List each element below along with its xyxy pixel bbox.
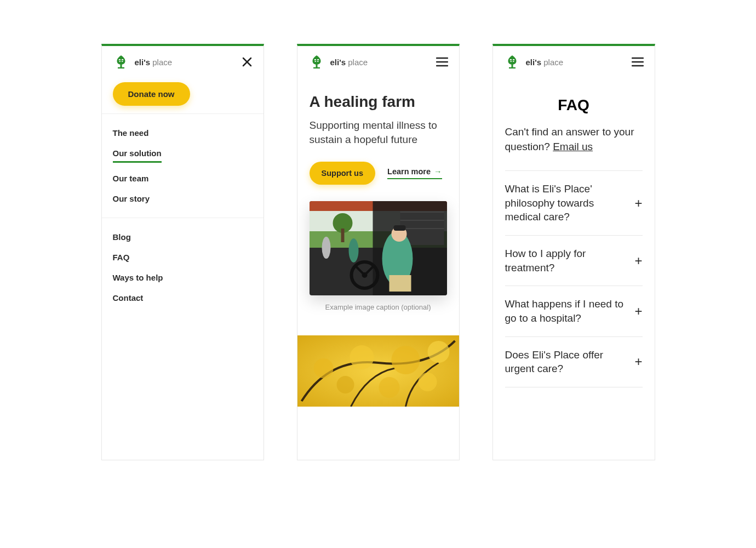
faq-item[interactable]: How to I apply for treatment? + <box>505 236 643 286</box>
nav-item-our-solution[interactable]: Our solution <box>102 143 264 168</box>
donate-wrap: Donate now <box>102 78 264 113</box>
plus-icon: + <box>634 354 642 369</box>
tree-logo-icon <box>504 54 520 70</box>
hamburger-icon[interactable] <box>436 57 448 67</box>
faq-question: What happens if I need to go to a hospit… <box>505 297 626 325</box>
page-subtitle: Supporting mental illness to sustain a h… <box>310 118 447 146</box>
learn-more-link[interactable]: Learn more→ <box>387 167 442 179</box>
header: eli's place <box>297 46 459 78</box>
svg-rect-25 <box>341 229 344 242</box>
faq-item[interactable]: What is Eli's Place' philosophy towards … <box>505 171 643 236</box>
tree-logo-icon <box>113 54 129 70</box>
support-button[interactable]: Support us <box>310 162 376 185</box>
nav-item-ways-to-help[interactable]: Ways to help <box>102 267 264 288</box>
svg-rect-19 <box>389 275 411 292</box>
plus-icon: + <box>634 253 642 269</box>
arrow-right-icon: → <box>434 167 442 176</box>
faq-item[interactable]: What happens if I need to go to a hospit… <box>505 286 643 336</box>
faq-content: FAQ Can't find an answer to your questio… <box>493 78 655 387</box>
nav-group-2: Blog FAQ Ways to help Contact <box>102 218 264 317</box>
footer-image <box>297 335 459 407</box>
svg-point-27 <box>313 358 333 378</box>
nav-item-our-team[interactable]: Our team <box>102 168 264 189</box>
page-title: FAQ <box>505 96 643 114</box>
logo[interactable]: eli's place <box>308 54 368 70</box>
nav-item-the-need[interactable]: The need <box>102 123 264 143</box>
faq-question: How to I apply for treatment? <box>505 247 626 275</box>
svg-point-30 <box>427 341 449 363</box>
hamburger-icon[interactable] <box>632 57 644 67</box>
faq-item[interactable]: Does Eli's Place offer urgent care? + <box>505 337 643 387</box>
svg-point-31 <box>336 376 354 393</box>
nav-group-1: The need Our solution Our team Our story <box>102 113 264 218</box>
cta-row: Support us Learn more→ <box>310 162 447 185</box>
nav-item-blog[interactable]: Blog <box>102 227 264 247</box>
nav-item-our-story[interactable]: Our story <box>102 189 264 209</box>
tree-logo-icon <box>308 54 325 70</box>
faq-question: Does Eli's Place offer urgent care? <box>505 348 626 376</box>
brand-text: eli's place <box>330 58 368 67</box>
svg-point-14 <box>322 237 330 259</box>
screen-home: eli's place A healing farm Supporting me… <box>297 44 460 460</box>
svg-point-32 <box>379 377 399 398</box>
svg-point-29 <box>391 346 420 374</box>
email-us-link[interactable]: Email us <box>553 141 593 152</box>
screen-faq: eli's place FAQ Can't find an answer to … <box>492 44 655 460</box>
brand-text: eli's place <box>135 58 173 67</box>
header: eli's place <box>102 46 264 78</box>
screen-menu: eli's place Donate now The need Our solu… <box>101 44 264 460</box>
logo[interactable]: eli's place <box>504 54 564 70</box>
svg-point-15 <box>348 238 358 262</box>
hero-image <box>310 201 447 295</box>
svg-rect-18 <box>393 225 405 231</box>
faq-intro: Can't find an answer to your question? E… <box>505 125 643 154</box>
faq-question: What is Eli's Place' philosophy towards … <box>505 182 626 224</box>
brand-text: eli's place <box>526 58 564 67</box>
header: eli's place <box>493 46 655 78</box>
image-caption: Example image caption (optional) <box>310 303 447 311</box>
svg-point-33 <box>418 373 437 391</box>
home-content: A healing farm Supporting mental illness… <box>297 78 459 311</box>
faq-list: What is Eli's Place' philosophy towards … <box>505 170 643 387</box>
svg-point-28 <box>350 345 374 369</box>
page-title: A healing farm <box>310 93 447 111</box>
logo[interactable]: eli's place <box>113 54 173 70</box>
close-icon[interactable] <box>242 56 253 67</box>
plus-icon: + <box>634 196 642 211</box>
nav-item-faq[interactable]: FAQ <box>102 247 264 267</box>
nav-item-contact[interactable]: Contact <box>102 288 264 308</box>
plus-icon: + <box>634 304 642 319</box>
donate-button[interactable]: Donate now <box>113 82 190 106</box>
